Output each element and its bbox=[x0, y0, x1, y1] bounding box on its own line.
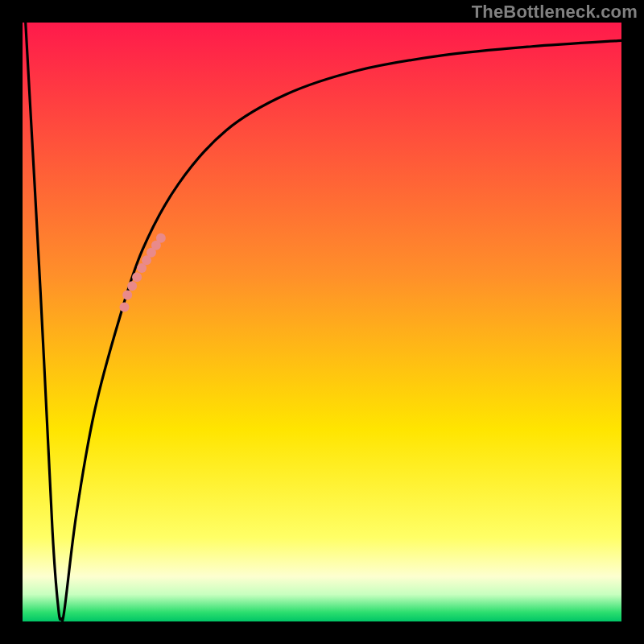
plot-background-gradient bbox=[23, 23, 621, 621]
chart-container: { "watermark": "TheBottleneck.com", "cha… bbox=[0, 0, 644, 644]
highlight-dot bbox=[132, 272, 142, 282]
highlight-dot bbox=[119, 302, 129, 312]
highlight-dot bbox=[156, 233, 166, 243]
watermark-text: TheBottleneck.com bbox=[472, 2, 638, 23]
highlight-dot bbox=[122, 291, 132, 300]
highlight-dot bbox=[127, 281, 137, 291]
chart-svg bbox=[0, 0, 644, 644]
